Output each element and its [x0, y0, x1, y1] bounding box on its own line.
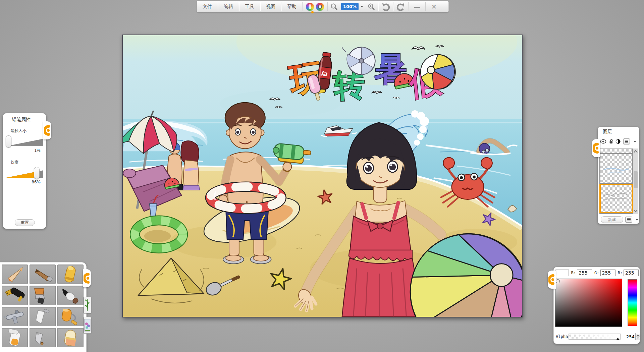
- minimize-button[interactable]: —: [409, 1, 425, 12]
- layer-menu-caret-icon[interactable]: [634, 141, 636, 142]
- slider-wedge: [6, 135, 44, 148]
- wood-pencil-icon: [30, 265, 56, 284]
- brush-wood-pencil[interactable]: [30, 265, 56, 284]
- zoom-out-button[interactable]: [328, 1, 340, 12]
- undo-button[interactable]: [378, 1, 393, 12]
- visibility-eye-icon[interactable]: [600, 139, 606, 144]
- layer-toolbar: [600, 137, 638, 146]
- r-input[interactable]: [577, 270, 592, 276]
- menu-edit[interactable]: 编辑: [218, 1, 239, 12]
- texture-brush-preset-button[interactable]: [84, 317, 91, 334]
- alpha-label: Alpha: [556, 334, 568, 339]
- alpha-marker-icon[interactable]: [616, 338, 620, 340]
- active-dot-icon: [311, 11, 314, 13]
- b-input[interactable]: [624, 270, 639, 276]
- g-input[interactable]: [600, 270, 615, 276]
- alpha-value-box: [625, 333, 640, 340]
- scroll-down-icon[interactable]: [633, 208, 638, 214]
- alpha-input[interactable]: [625, 333, 635, 340]
- saturation-value-square[interactable]: [555, 279, 622, 327]
- zoom-in-button[interactable]: [365, 1, 378, 12]
- undo-icon: [381, 2, 390, 11]
- brush-fountain-pen[interactable]: [2, 286, 28, 305]
- redo-icon: [396, 2, 405, 11]
- rgb-row: R: G: B:: [555, 269, 639, 277]
- b-label: B:: [618, 271, 623, 275]
- app-logo-buttons: [303, 1, 327, 12]
- layer-options-caret-icon[interactable]: [636, 219, 638, 221]
- panel-title: 铅笔属性: [12, 117, 31, 123]
- panel-grip-icon: [44, 124, 51, 137]
- brush-size-thumb[interactable]: [6, 135, 11, 148]
- r-label: R:: [571, 271, 576, 275]
- palette-knife-icon: [30, 307, 56, 326]
- paint-bottle-icon: [2, 328, 28, 347]
- brush-size-slider[interactable]: [6, 135, 44, 148]
- layer-item-selected[interactable]: [599, 184, 633, 213]
- menu-tools[interactable]: 工具: [239, 1, 260, 12]
- plant-brush-preset-button[interactable]: [84, 297, 91, 313]
- alpha-spin-down[interactable]: [636, 337, 640, 340]
- new-layer-button[interactable]: 新建: [601, 216, 623, 223]
- layer-lineart-preview: [601, 185, 632, 212]
- brush-size-label: 笔触大小: [10, 128, 26, 134]
- main-toolbar: 文件 编辑 工具 视图 帮助 100%: [197, 1, 449, 12]
- canvas[interactable]: 玩 la 转 暑 假: [122, 35, 523, 317]
- scrollbar-thumb[interactable]: [634, 171, 638, 188]
- zoom-in-icon: [367, 3, 375, 11]
- brush-airbrush[interactable]: [2, 307, 28, 326]
- reset-button[interactable]: 重置: [15, 219, 35, 226]
- zoom-out-icon: [330, 3, 338, 11]
- layer-item-top[interactable]: [600, 149, 632, 153]
- color-panel-tab[interactable]: [548, 271, 556, 289]
- sharp-pencil-icon: [2, 265, 28, 284]
- alpha-slider[interactable]: [569, 334, 621, 340]
- brush-paint-roller[interactable]: [57, 307, 84, 326]
- menu-view[interactable]: 视图: [260, 1, 281, 12]
- blend-contrast-icon[interactable]: [615, 138, 621, 144]
- brush-ink-brush[interactable]: [57, 286, 84, 305]
- fountain-pen-icon: [2, 286, 28, 305]
- brush-grid: [2, 265, 84, 347]
- brush-paint-bottle[interactable]: [2, 328, 28, 347]
- layer-menu-button[interactable]: [623, 138, 630, 144]
- sv-cursor[interactable]: [556, 280, 559, 283]
- brush-sharp-pencil[interactable]: [2, 265, 28, 284]
- softness-label: 软度: [10, 160, 18, 165]
- softness-value: 86%: [32, 180, 41, 184]
- color-wheel-icon[interactable]: [316, 3, 324, 11]
- brush-knife[interactable]: [30, 328, 56, 347]
- alpha-spin-up[interactable]: [636, 333, 640, 337]
- menu-file[interactable]: 文件: [197, 1, 218, 12]
- layer-item-sketch[interactable]: [600, 154, 632, 183]
- scroll-up-icon[interactable]: [633, 149, 638, 155]
- color-picker-panel: R: G: B: Alpha: [553, 267, 640, 344]
- brush-flat-brush[interactable]: [30, 286, 56, 305]
- lock-icon[interactable]: [609, 138, 613, 144]
- close-button[interactable]: ✕: [426, 1, 442, 12]
- zoom-level-value[interactable]: 100%: [341, 3, 359, 10]
- redo-button[interactable]: [393, 1, 408, 12]
- pencil-panel-tab[interactable]: [43, 121, 51, 139]
- softness-slider[interactable]: [6, 167, 44, 180]
- softness-thumb[interactable]: [34, 167, 40, 179]
- brush-palette-knife[interactable]: [30, 307, 56, 326]
- color-splash-icon[interactable]: [306, 3, 314, 11]
- hue-bar[interactable]: [628, 279, 637, 326]
- alpha-row: Alpha: [555, 333, 639, 341]
- panel-grip-icon: [593, 141, 599, 155]
- plant-icon: [84, 297, 91, 313]
- layers-panel: 图层: [598, 127, 639, 224]
- zoom-dropdown-icon[interactable]: [361, 6, 363, 7]
- brush-crayon[interactable]: [57, 265, 84, 284]
- layer-sketch-preview: [600, 154, 632, 183]
- menu-help[interactable]: 帮助: [281, 1, 302, 12]
- panel-grip-icon: [84, 272, 90, 285]
- layer-scrollbar[interactable]: [633, 149, 638, 214]
- flat-brush-icon: [30, 286, 56, 305]
- brush-panel-tab[interactable]: [83, 269, 91, 287]
- layers-panel-tab[interactable]: [592, 139, 600, 157]
- layer-options-button[interactable]: [625, 217, 632, 223]
- brush-eraser[interactable]: [57, 328, 84, 347]
- flower-picture-icon: [84, 317, 91, 333]
